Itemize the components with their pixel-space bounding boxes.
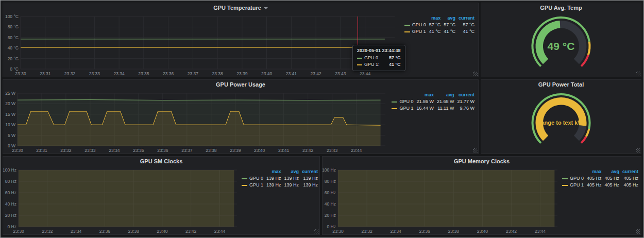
- svg-text:80 Hz: 80 Hz: [5, 179, 16, 184]
- legend-value: 139 Hz: [283, 182, 301, 189]
- panel-gpu-power-usage: GPU Power Usage 0 W5 W10 W15 W20 W25 W23…: [3, 79, 479, 154]
- panel-resize-handle[interactable]: [636, 72, 640, 76]
- panel-title-text: GPU Memory Clocks: [454, 158, 510, 164]
- legend-series-name[interactable]: GPU 1: [390, 105, 415, 112]
- svg-text:23:38: 23:38: [206, 148, 217, 153]
- grafana-dashboard: GPU Temperature 0 °C20 °C40 °C60 °C80 °C…: [0, 0, 644, 238]
- legend-value: 405 Hz: [621, 175, 640, 182]
- legend-series-name[interactable]: GPU 1: [240, 182, 265, 189]
- svg-text:60 °C: 60 °C: [8, 35, 19, 40]
- legend-row: GPU 141 °C41 °C41 °C: [403, 28, 476, 35]
- svg-text:23:33: 23:33: [84, 148, 96, 153]
- svg-text:23:31: 23:31: [40, 71, 51, 76]
- svg-text:40 Hz: 40 Hz: [325, 201, 336, 207]
- panel-title-gpu-avg-temp[interactable]: GPU Avg. Temp: [481, 3, 641, 13]
- legend-value: 21.77 W: [455, 98, 476, 105]
- legend-col-header: max: [265, 168, 283, 175]
- svg-text:23:38: 23:38: [212, 71, 223, 76]
- panel-title-text: GPU Power Usage: [216, 81, 265, 88]
- svg-text:23:44: 23:44: [351, 148, 362, 153]
- svg-text:23:34: 23:34: [71, 229, 82, 234]
- legend-row: GPU 0139 Hz139 Hz139 Hz: [240, 175, 319, 182]
- svg-text:23:32: 23:32: [64, 71, 76, 76]
- panel-title-gpu-power-total[interactable]: GPU Power Total: [481, 80, 641, 90]
- panel-title-gpu-power-usage[interactable]: GPU Power Usage: [3, 80, 478, 90]
- svg-text:20 °C: 20 °C: [8, 56, 19, 61]
- svg-text:23:32: 23:32: [60, 148, 72, 153]
- svg-text:23:37: 23:37: [181, 148, 193, 153]
- legend-table: maxavgcurrentGPU 0405 Hz405 Hz405 HzGPU …: [561, 168, 640, 189]
- gpu-sm-clocks-legend: maxavgcurrentGPU 0139 Hz139 Hz139 HzGPU …: [240, 166, 319, 234]
- legend-col-header: current: [300, 168, 319, 175]
- legend-series-name[interactable]: GPU 0: [390, 98, 415, 105]
- chart-svg: 0 °C20 °C40 °C60 °C80 °C100 °C23:3023:31…: [3, 13, 398, 77]
- series-line-icon: [404, 31, 410, 32]
- svg-text:23:39: 23:39: [236, 71, 248, 76]
- panel-gpu-avg-temp: GPU Avg. Temp 49 °C: [481, 3, 641, 77]
- panel-resize-handle[interactable]: [473, 72, 478, 76]
- legend-col-header: avg: [442, 15, 457, 22]
- panel-resize-handle[interactable]: [636, 229, 640, 234]
- svg-text:23:39: 23:39: [230, 148, 241, 153]
- legend-series-name[interactable]: GPU 1: [561, 182, 585, 189]
- gpu-temperature-legend: maxavgcurrentGPU 057 °C57 °C57 °CGPU 141…: [398, 13, 478, 77]
- legend-col-header: avg: [603, 168, 621, 175]
- series-line-icon: [242, 178, 247, 179]
- panel-resize-handle[interactable]: [473, 148, 478, 153]
- legend-col-header: max: [428, 15, 443, 22]
- svg-text:23:30: 23:30: [12, 148, 23, 153]
- svg-text:23:34: 23:34: [109, 148, 120, 153]
- legend-value: 16.44 W: [415, 105, 435, 112]
- legend-series-name[interactable]: GPU 0: [240, 175, 265, 182]
- legend-series-name[interactable]: GPU 1: [403, 28, 428, 35]
- legend-value: 405 Hz: [621, 182, 640, 189]
- legend-value: 405 Hz: [603, 175, 621, 182]
- svg-text:23:38: 23:38: [128, 229, 140, 234]
- svg-text:80 Hz: 80 Hz: [325, 179, 336, 184]
- legend-value: 57 °C: [428, 22, 443, 28]
- gpu-sm-clocks-chart[interactable]: 0 Hz20 Hz40 Hz60 Hz80 Hz100 Hz23:3023:32…: [3, 166, 240, 234]
- svg-text:100 Hz: 100 Hz: [323, 167, 336, 173]
- panel-title-gpu-temperature[interactable]: GPU Temperature: [3, 3, 478, 13]
- legend-value: 21.68 W: [435, 98, 456, 105]
- svg-text:10 W: 10 W: [5, 122, 15, 127]
- series-line-icon: [357, 64, 362, 65]
- gpu-temperature-chart[interactable]: 0 °C20 °C40 °C60 °C80 °C100 °C23:3023:31…: [3, 13, 398, 77]
- legend-value: 41 °C: [457, 28, 476, 35]
- panel-gpu-sm-clocks: GPU SM Clocks 0 Hz20 Hz40 Hz60 Hz80 Hz10…: [3, 156, 320, 235]
- svg-text:23:40: 23:40: [254, 148, 265, 153]
- svg-text:23:30: 23:30: [13, 229, 24, 234]
- svg-text:49 °C: 49 °C: [548, 40, 575, 52]
- series-line-icon: [392, 101, 397, 103]
- svg-text:20 Hz: 20 Hz: [325, 213, 336, 218]
- tooltip-series-name: GPU 1:: [364, 61, 380, 68]
- svg-text:60 Hz: 60 Hz: [325, 190, 336, 195]
- svg-text:23:42: 23:42: [302, 148, 314, 153]
- legend-value: 139 Hz: [283, 175, 301, 182]
- panel-title-gpu-sm-clocks[interactable]: GPU SM Clocks: [3, 157, 319, 166]
- legend-value: 57 °C: [442, 22, 457, 28]
- chart-svg: 0 Hz20 Hz40 Hz60 Hz80 Hz100 Hz23:3023:32…: [3, 166, 240, 234]
- svg-text:23:44: 23:44: [535, 229, 546, 234]
- tooltip-series-value: 41 °C: [389, 61, 401, 68]
- svg-text:80 °C: 80 °C: [8, 24, 19, 29]
- legend-table: maxavgcurrentGPU 021.86 W21.68 W21.77 WG…: [390, 92, 476, 112]
- svg-text:23:30: 23:30: [15, 71, 26, 76]
- panel-title-text: GPU Avg. Temp: [540, 5, 582, 11]
- panel-title-gpu-memory-clocks[interactable]: GPU Memory Clocks: [323, 157, 641, 166]
- legend-series-name[interactable]: GPU 0: [403, 22, 428, 28]
- svg-text:23:42: 23:42: [185, 229, 197, 234]
- series-line-icon: [357, 58, 362, 59]
- panel-resize-handle[interactable]: [314, 229, 319, 234]
- legend-row: GPU 116.44 W11.11 W9.76 W: [390, 105, 476, 112]
- svg-text:23:32: 23:32: [361, 229, 372, 234]
- svg-text:100 °C: 100 °C: [5, 14, 19, 19]
- legend-row: GPU 0405 Hz405 Hz405 Hz: [561, 175, 640, 182]
- svg-text:23:35: 23:35: [138, 71, 149, 76]
- svg-text:23:31: 23:31: [36, 148, 47, 153]
- panel-resize-handle[interactable]: [636, 148, 640, 153]
- svg-text:23:40: 23:40: [477, 229, 488, 234]
- gpu-power-usage-chart[interactable]: 0 W5 W10 W15 W20 W25 W23:3023:3123:3223:…: [3, 90, 388, 154]
- legend-series-name[interactable]: GPU 0: [561, 175, 585, 182]
- gpu-memory-clocks-chart[interactable]: 0 Hz20 Hz40 Hz60 Hz80 Hz100 Hz23:3023:32…: [323, 166, 561, 234]
